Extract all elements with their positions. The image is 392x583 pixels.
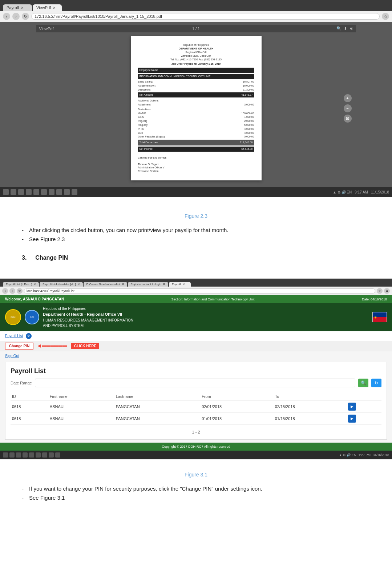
- taskbar-icon2[interactable]: [26, 189, 32, 195]
- payroll-application: Welcome, ASNAUI O PANGCATAN Section: Inf…: [0, 295, 392, 451]
- browser1-tab-viewpdf[interactable]: ViewPdf ✕: [33, 4, 62, 11]
- cell-from: 02/01/2018: [200, 400, 274, 412]
- browser2-tab3[interactable]: D Create New button-all-+ ✕: [84, 282, 127, 287]
- url-bar[interactable]: 172.16.5.2/hrm/Payroll/PayrollList/1010/…: [31, 13, 380, 20]
- start-icon[interactable]: [3, 452, 8, 458]
- taskbar-icon5[interactable]: [42, 452, 47, 458]
- taskbar-icon1[interactable]: [16, 452, 21, 458]
- pdf-zoom-in-btn[interactable]: +: [344, 94, 352, 102]
- taskbar-icon8[interactable]: [72, 189, 77, 195]
- zoom-icon[interactable]: 🔍: [336, 26, 342, 31]
- taskbar-icon4[interactable]: [41, 189, 47, 195]
- clock2: 1:27 PM: [358, 453, 371, 457]
- document-section2: Figure 3.1 If you want to change your PI…: [0, 459, 392, 520]
- payroll-list-nav-link[interactable]: Payroll List: [5, 334, 23, 338]
- bullet-item-1: After clicking the circled button, you c…: [22, 225, 370, 235]
- taskbar-icon6[interactable]: [56, 189, 62, 195]
- section3-heading: 3. Change PIN: [22, 255, 370, 261]
- bookmark-button[interactable]: ☆: [382, 13, 389, 20]
- section-number: 3.: [22, 255, 27, 261]
- browser2-toolbar: ‹ › ↻ localhost:4200/Payroll/PayrollList…: [0, 287, 392, 295]
- view-payslip-button-1[interactable]: ▶: [348, 403, 356, 411]
- tab-close-icon[interactable]: ✕: [21, 6, 24, 10]
- pdf-dept: DEPARTMENT OF HEALTH: [138, 47, 254, 51]
- payroll-header-bar: Welcome, ASNAUI O PANGCATAN Section: Inf…: [0, 295, 392, 303]
- taskbar-icon1[interactable]: [18, 189, 24, 195]
- system-tray: ▲ ⊕ 🔊 EN: [333, 190, 352, 194]
- taskbar-icon4[interactable]: [36, 452, 41, 458]
- forward-button[interactable]: ›: [12, 13, 20, 20]
- section-title: Change PIN: [35, 255, 68, 261]
- pdf-row-salary: Basic Salary: 16,507.00: [138, 80, 254, 84]
- start-icon[interactable]: [3, 189, 9, 195]
- back-button[interactable]: ‹: [2, 288, 8, 294]
- search-icon[interactable]: [11, 189, 16, 195]
- taskbar-icon7[interactable]: [55, 452, 60, 458]
- reload-button[interactable]: ↻: [17, 288, 23, 294]
- browser2-tab5[interactable]: Payroll ✕: [169, 282, 191, 287]
- col-from: From: [200, 392, 274, 401]
- pdf-dept-bar: INFORMATION AND COMMUNICATION TECHNOLOGY…: [138, 74, 254, 79]
- sign-out-link[interactable]: Sign Out: [5, 354, 19, 358]
- col-firstname: Firstname: [48, 392, 114, 401]
- browser2-tab4[interactable]: Payls to contact to login ✕: [128, 282, 169, 287]
- taskbar-icon5[interactable]: [49, 189, 54, 195]
- cell-id: 0618: [11, 400, 48, 412]
- tab-close-icon[interactable]: ✕: [163, 283, 165, 286]
- tab-close-icon[interactable]: ✕: [77, 283, 80, 286]
- url-bar[interactable]: localhost:4200/Payroll/PayrollList: [24, 288, 375, 294]
- download-icon[interactable]: ⬇: [344, 26, 347, 31]
- forward-button[interactable]: ›: [9, 288, 15, 294]
- settings-nav-icon[interactable]: ⚙: [26, 333, 32, 339]
- reload-button[interactable]: ↻: [22, 13, 29, 20]
- filter-label: Date Range: [11, 381, 32, 385]
- clock: 9:17 AM: [355, 190, 368, 194]
- tab-close-icon[interactable]: ✕: [33, 283, 36, 286]
- table-header-row: ID Firstname Lastname From To: [11, 392, 381, 401]
- date-range-input[interactable]: [35, 379, 355, 387]
- section-info-text: Section: Information and Communication T…: [171, 298, 255, 301]
- browser2-tab1[interactable]: Payroll List [d.D-+...] ✕: [3, 282, 39, 287]
- back-button[interactable]: ‹: [3, 13, 10, 20]
- star-icon[interactable]: ☆: [377, 288, 383, 294]
- arrow-left-icon: ◄══════: [36, 343, 67, 349]
- welcome-text: Welcome, ASNAUI O PANGCATAN: [5, 297, 64, 301]
- settings-icon[interactable]: ⚙: [384, 288, 390, 294]
- taskbar-icon7[interactable]: [64, 189, 70, 195]
- browser1-tab-payroll[interactable]: Payroll ✕: [3, 4, 32, 11]
- pdf-toolbar: ViewPdf 1 / 1 🔍 ⬇ 🖨: [36, 25, 356, 32]
- search-button[interactable]: 🔍: [358, 379, 368, 387]
- payroll-menu-bar: Change PIN ◄══════ CLICK HERE: [0, 341, 392, 351]
- sign-out-row: Sign Out: [0, 351, 392, 359]
- change-pin-button[interactable]: Change PIN: [5, 343, 33, 350]
- payroll-nav: Payroll List ⚙: [0, 331, 392, 341]
- taskbar-icon6[interactable]: [49, 452, 54, 458]
- cell-id: 0618: [11, 412, 48, 424]
- cell-lastname: PANGCATAN: [114, 400, 201, 412]
- refresh-button[interactable]: ↻: [371, 379, 381, 387]
- tab-close-icon[interactable]: ✕: [53, 6, 56, 10]
- tab-close-icon[interactable]: ✕: [182, 283, 185, 286]
- tab-close-icon[interactable]: ✕: [122, 283, 124, 286]
- search-icon[interactable]: [9, 452, 15, 458]
- col-action: [347, 392, 381, 401]
- taskbar-icon2[interactable]: [23, 452, 28, 458]
- taskbar-icon3[interactable]: [33, 189, 39, 195]
- taskbar-icon3[interactable]: [29, 452, 34, 458]
- doh-logo: DOH: [5, 309, 21, 325]
- pagination: 1 - 2: [11, 430, 381, 434]
- taskbar-icons: [3, 189, 77, 195]
- pdf-row-adjustment: Adjustment (%): 16,000.00: [138, 84, 254, 88]
- payroll-top-banner: DOH RO7 Republic of the Philippines Depa…: [0, 303, 392, 331]
- view-payslip-button-2[interactable]: ▶: [348, 415, 356, 423]
- browser2-tab2[interactable]: Payroll-Held-hold-list [d...] ✕: [40, 282, 83, 287]
- browser1-tabbar: Payroll ✕ ViewPdf ✕: [0, 1, 392, 11]
- pdf-fit-btn[interactable]: ⊡: [344, 115, 352, 123]
- browser1-content: ViewPdf 1 / 1 🔍 ⬇ 🖨 Republic of Philippi…: [0, 22, 392, 187]
- figure2-caption: Figure 3.1: [22, 472, 370, 478]
- statusbar2-right: ▲ ⊕ 🔊 EN 1:27 PM 04/16/2018: [339, 453, 389, 457]
- region-logo: RO7: [25, 310, 39, 324]
- pdf-zoom-out-btn[interactable]: −: [344, 104, 352, 112]
- print-icon[interactable]: 🖨: [349, 26, 353, 31]
- pdf-contact: Tel. No.: (032) 416-7500 Fax: (032) 253-…: [138, 58, 254, 61]
